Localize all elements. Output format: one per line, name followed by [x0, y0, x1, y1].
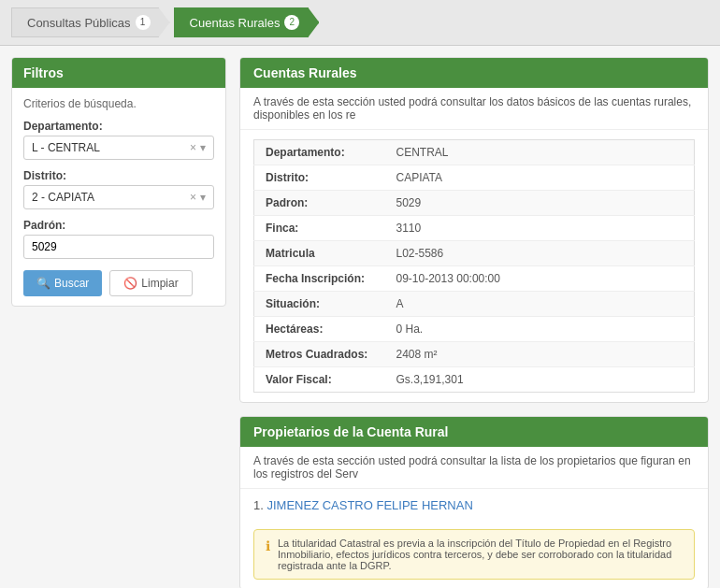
filter-buttons: 🔍 Buscar 🚫 Limpiar: [23, 270, 214, 296]
table-row: Metros Cuadrados: 2408 m²: [254, 342, 695, 367]
field-label: Departamento:: [254, 140, 385, 165]
clear-button[interactable]: 🚫 Limpiar: [109, 270, 192, 296]
table-row: Hectáreas: 0 Ha.: [254, 317, 695, 342]
cuentas-rurales-card: Cuentas Rurales A través de esta sección…: [239, 57, 709, 403]
propietarios-card: Propietarios de la Cuenta Rural A través…: [239, 416, 709, 588]
departamento-select[interactable]: L - CENTRAL × ▾: [23, 136, 214, 160]
field-label: Matricula: [254, 241, 385, 266]
filter-distrito: Distrito: 2 - CAPIATA × ▾: [23, 169, 214, 209]
field-value: 5029: [385, 191, 695, 216]
cuentas-rurales-header: Cuentas Rurales: [240, 58, 708, 88]
tab-cuentas-rurales[interactable]: Cuentas Rurales 2: [174, 7, 320, 37]
owner-link[interactable]: JIMENEZ CASTRO FELIPE HERNAN: [266, 498, 472, 512]
cuentas-rurales-table: Departamento: CENTRAL Distrito: CAPIATA …: [253, 139, 695, 393]
filter-padron: Padrón:: [23, 219, 214, 259]
field-label: Fecha Inscripción:: [254, 266, 385, 292]
tabs-bar: Consultas Públicas 1 Cuentas Rurales 2: [0, 0, 720, 46]
right-panel: Cuentas Rurales A través de esta sección…: [239, 57, 709, 588]
owner-list: 1. JIMENEZ CASTRO FELIPE HERNAN: [240, 489, 708, 529]
padron-input[interactable]: [23, 235, 214, 259]
owner-num: 1.: [253, 498, 264, 512]
search-button[interactable]: 🔍 Buscar: [23, 270, 102, 296]
chevron-down-icon[interactable]: ▾: [200, 191, 206, 204]
criteria-label: Criterios de búsqueda.: [23, 97, 214, 110]
field-value: 3110: [385, 216, 695, 241]
table-row: Distrito: CAPIATA: [254, 165, 695, 191]
propietarios-title: Propietarios de la Cuenta Rural: [253, 424, 449, 439]
filter-header: Filtros: [12, 58, 225, 88]
sidebar: Filtros Criterios de búsqueda. Departame…: [11, 57, 226, 588]
table-row: Departamento: CENTRAL: [254, 140, 695, 165]
filter-departamento: Departamento: L - CENTRAL × ▾: [23, 120, 214, 160]
cuentas-rurales-table-container: Departamento: CENTRAL Distrito: CAPIATA …: [240, 130, 708, 402]
distrito-label: Distrito:: [23, 169, 214, 182]
filter-title: Filtros: [23, 65, 64, 80]
table-row: Padron: 5029: [254, 191, 695, 216]
filter-body: Criterios de búsqueda. Departamento: L -…: [12, 88, 225, 306]
table-row: Matricula L02-5586: [254, 241, 695, 266]
chevron-down-icon[interactable]: ▾: [200, 141, 206, 154]
field-label: Metros Cuadrados:: [254, 342, 385, 367]
field-label: Finca:: [254, 216, 385, 241]
cuentas-rurales-title: Cuentas Rurales: [253, 65, 356, 80]
padron-label: Padrón:: [23, 219, 214, 232]
field-label: Hectáreas:: [254, 317, 385, 342]
propietarios-header: Propietarios de la Cuenta Rural: [240, 417, 708, 447]
cuentas-rurales-desc: A través de esta sección usted podrá con…: [240, 88, 708, 130]
notice-box: ℹ La titularidad Catastral es previa a l…: [253, 529, 695, 580]
table-row: Valor Fiscal: Gs.3,191,301: [254, 367, 695, 393]
field-label: Distrito:: [254, 165, 385, 191]
tab-cuentas-label: Cuentas Rurales: [190, 16, 281, 30]
search-label: Buscar: [54, 277, 89, 290]
tab-cuentas-badge: 2: [284, 15, 299, 30]
clear-icon[interactable]: ×: [190, 141, 196, 154]
clear-label: Limpiar: [141, 277, 178, 290]
filter-box: Filtros Criterios de búsqueda. Departame…: [11, 57, 226, 307]
departamento-value: L - CENTRAL: [32, 141, 190, 154]
notice-text: La titularidad Catastral es previa a la …: [278, 538, 683, 571]
field-value: CENTRAL: [385, 140, 695, 165]
search-icon: 🔍: [36, 277, 50, 290]
field-label: Padron:: [254, 191, 385, 216]
field-label: Valor Fiscal:: [254, 367, 385, 393]
list-item: 1. JIMENEZ CASTRO FELIPE HERNAN: [253, 498, 695, 512]
field-value: L02-5586: [385, 241, 695, 266]
main-content: Filtros Criterios de búsqueda. Departame…: [0, 46, 720, 588]
propietarios-desc: A través de esta sección usted podrá con…: [240, 447, 708, 489]
departamento-label: Departamento:: [23, 120, 214, 133]
distrito-select[interactable]: 2 - CAPIATA × ▾: [23, 185, 214, 209]
tab-consultas-badge: 1: [136, 15, 151, 30]
ban-icon: 🚫: [123, 277, 137, 290]
field-label: Situación:: [254, 292, 385, 317]
tab-consultas-label: Consultas Públicas: [27, 16, 131, 30]
field-value: A: [385, 292, 695, 317]
field-value: Gs.3,191,301: [385, 367, 695, 393]
clear-icon[interactable]: ×: [190, 191, 196, 204]
distrito-value: 2 - CAPIATA: [32, 191, 190, 204]
tab-consultas-publicas[interactable]: Consultas Públicas 1: [11, 7, 170, 37]
table-row: Finca: 3110: [254, 216, 695, 241]
field-value: 0 Ha.: [385, 317, 695, 342]
table-row: Situación: A: [254, 292, 695, 317]
field-value: 09-10-2013 00:00:00: [385, 266, 695, 292]
field-value: CAPIATA: [385, 165, 695, 191]
field-value: 2408 m²: [385, 342, 695, 367]
table-row: Fecha Inscripción: 09-10-2013 00:00:00: [254, 266, 695, 292]
distrito-actions: × ▾: [190, 191, 206, 204]
info-icon: ℹ: [266, 538, 270, 553]
departamento-actions: × ▾: [190, 141, 206, 154]
